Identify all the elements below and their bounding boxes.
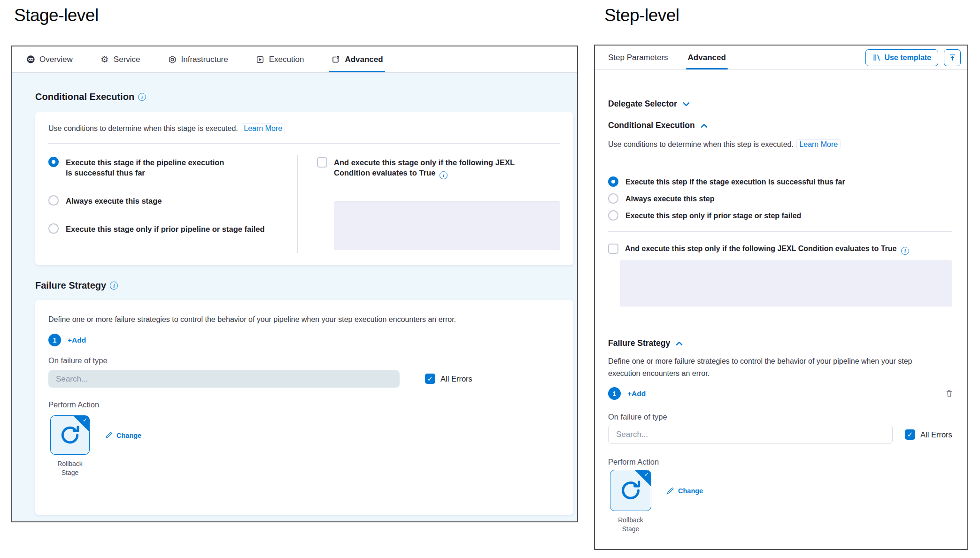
checkbox-icon [608, 244, 618, 254]
conditional-execution-card: Use conditions to determine when this st… [35, 112, 573, 265]
on-failure-label: On failure of type [608, 413, 667, 421]
step-tab-actions: Use template [865, 49, 967, 66]
delete-strategy-icon[interactable] [945, 389, 953, 399]
change-action-link[interactable]: Change [105, 431, 141, 439]
jexl-condition-checkbox-row[interactable]: And execute this stage only if the follo… [317, 157, 561, 179]
divider [608, 231, 952, 232]
conditional-execution-header[interactable]: Conditional Execution [608, 121, 708, 130]
tab-execution[interactable]: Execution [255, 46, 304, 72]
learn-more-link[interactable]: Learn More [241, 123, 285, 133]
chevron-up-icon [676, 341, 683, 346]
step-tabbar: Step Parameters Advanced Use template [595, 46, 967, 70]
learn-more-link[interactable]: Learn More [796, 139, 841, 149]
upload-button[interactable] [944, 49, 961, 66]
selected-check-icon: ✓ [644, 471, 649, 478]
failure-type-search-input[interactable] [48, 370, 400, 388]
step-advanced-content: Delegate Selector Conditional Execution … [595, 70, 967, 549]
screenshot-canvas: Stage-level Step-level Overview ⚙ Servic… [0, 0, 980, 558]
service-icon: ⚙ [100, 55, 109, 64]
tab-label: Advanced [345, 55, 383, 64]
radio-always-execute[interactable]: Always execute this stage [48, 196, 162, 206]
selected-check-icon: ✓ [83, 417, 87, 423]
stage-tabbar: Overview ⚙ Service Infrastructure Execut… [12, 46, 577, 73]
use-template-button[interactable]: Use template [865, 49, 938, 66]
failure-strategy-header[interactable]: Failure Strategy [608, 338, 683, 348]
radio-icon [608, 193, 618, 204]
add-strategy-button[interactable]: +Add [627, 390, 646, 398]
tab-service[interactable]: ⚙ Service [100, 46, 140, 72]
info-icon[interactable]: i [110, 282, 118, 290]
jexl-condition-input[interactable] [620, 260, 952, 306]
jexl-condition-input[interactable] [334, 201, 560, 250]
advanced-icon [331, 55, 340, 64]
radio-selected-icon [48, 157, 59, 167]
all-errors-checkbox-row[interactable]: ✓ All Errors [905, 429, 952, 440]
strategy-badge-row: 1 +Add [608, 387, 646, 400]
perform-action-label: Perform Action [608, 458, 659, 466]
vertical-divider [297, 155, 298, 253]
rollback-stage-tile[interactable]: ✓ [610, 470, 651, 511]
tab-step-parameters[interactable]: Step Parameters [608, 46, 668, 69]
checkbox-icon [317, 157, 327, 168]
radio-execute-if-failed[interactable]: Execute this stage only if prior pipelin… [48, 224, 265, 234]
tab-label: Step Parameters [608, 53, 668, 62]
tab-label: Overview [39, 55, 73, 64]
tab-label: Execution [269, 55, 304, 64]
failure-type-search-input[interactable] [608, 425, 893, 444]
execution-icon [255, 55, 265, 64]
tab-advanced[interactable]: Advanced [331, 46, 383, 72]
tab-label: Advanced [688, 53, 726, 62]
jexl-condition-checkbox-row[interactable]: And execute this step only if the follow… [608, 244, 909, 255]
all-errors-checkbox-row[interactable]: ✓ All Errors [425, 374, 472, 384]
on-failure-label: On failure of type [48, 356, 108, 365]
upload-icon [949, 54, 957, 61]
step-config-panel: Step Parameters Advanced Use template De… [594, 45, 968, 550]
pencil-icon [105, 431, 113, 439]
info-icon[interactable]: i [440, 171, 448, 179]
stage-config-panel: Overview ⚙ Service Infrastructure Execut… [11, 46, 578, 522]
pencil-icon [666, 487, 674, 495]
radio-execute-if-successful[interactable]: Execute this stage if the pipeline execu… [48, 157, 228, 178]
delegate-selector-header[interactable]: Delegate Selector [608, 99, 690, 109]
conditional-execution-description: Use conditions to determine when this st… [608, 140, 841, 149]
checkbox-checked-icon: ✓ [425, 374, 435, 384]
radio-always-execute[interactable]: Always execute this step [608, 194, 714, 204]
radio-icon [48, 223, 59, 234]
add-strategy-button[interactable]: +Add [68, 336, 86, 344]
failure-strategy-card: Define one or more failure strategies to… [35, 300, 573, 515]
chevron-up-icon [701, 123, 708, 128]
tab-overview[interactable]: Overview [26, 46, 73, 72]
action-tile-label: Rollback Stage [49, 459, 91, 477]
template-library-icon [872, 54, 880, 61]
failure-strategy-description: Define one or more failure strategies to… [608, 355, 942, 379]
overview-icon [26, 55, 35, 64]
stage-advanced-content: Conditional Execution i Use conditions t… [12, 73, 577, 521]
action-tile-label: Rollback Stage [610, 516, 652, 534]
tab-infrastructure[interactable]: Infrastructure [168, 46, 228, 72]
conditional-execution-heading: Conditional Execution i [35, 92, 146, 102]
tab-label: Service [114, 55, 140, 64]
failure-strategy-description: Define one or more failure strategies to… [48, 314, 560, 326]
strategy-count-badge[interactable]: 1 [608, 387, 621, 400]
radio-icon [608, 210, 618, 221]
divider [48, 143, 560, 144]
stage-level-title: Stage-level [14, 6, 99, 25]
perform-action-label: Perform Action [48, 400, 99, 409]
tab-advanced[interactable]: Advanced [688, 46, 726, 69]
change-action-link[interactable]: Change [666, 487, 703, 495]
strategy-badge-row: 1 +Add [48, 334, 86, 346]
rollback-stage-tile[interactable]: ✓ [50, 415, 90, 455]
radio-execute-if-failed[interactable]: Execute this step only if prior stage or… [608, 211, 801, 221]
failure-strategy-heading: Failure Strategy i [35, 280, 118, 291]
tab-label: Infrastructure [181, 55, 228, 64]
info-icon[interactable]: i [138, 93, 146, 101]
infrastructure-icon [168, 55, 177, 64]
radio-execute-if-successful[interactable]: Execute this step if the stage execution… [608, 177, 845, 187]
radio-icon [48, 195, 59, 206]
info-icon[interactable]: i [901, 247, 909, 255]
strategy-count-badge[interactable]: 1 [48, 334, 61, 346]
conditional-execution-description: Use conditions to determine when this st… [48, 124, 285, 133]
chevron-down-icon [683, 102, 690, 107]
step-level-title: Step-level [604, 6, 679, 25]
radio-selected-icon [608, 176, 618, 187]
